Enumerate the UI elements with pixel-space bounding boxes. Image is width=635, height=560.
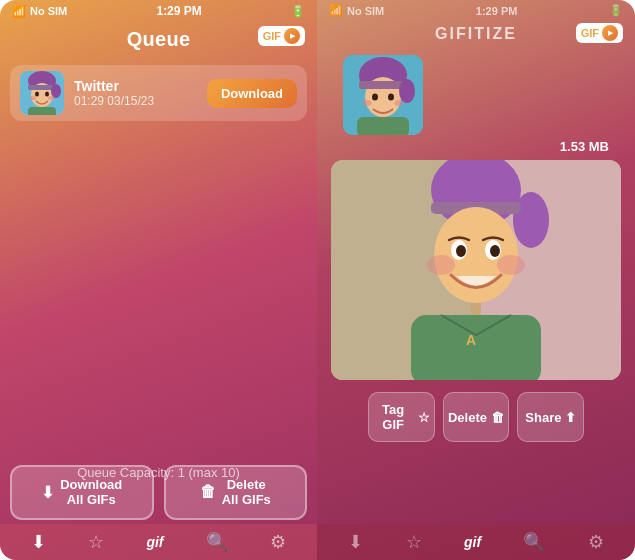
share-icon: ⬆ xyxy=(565,410,576,425)
download-all-icon: ⬇ xyxy=(41,483,54,502)
share-button[interactable]: Share ⬆ xyxy=(517,392,584,442)
right-content: 1.53 MB xyxy=(317,51,635,446)
tab-star-left[interactable]: ☆ xyxy=(88,531,104,553)
wifi-icon-right: 📶 xyxy=(329,4,343,17)
queue-item: Twitter 01:29 03/15/23 Download xyxy=(10,65,307,121)
delete-all-button[interactable]: 🗑 Delete All GIFs xyxy=(164,465,308,520)
svg-point-32 xyxy=(456,245,466,257)
svg-point-35 xyxy=(497,255,525,275)
battery-icon: 🔋 xyxy=(291,5,305,18)
tab-download-right[interactable]: ⬇ xyxy=(348,531,363,553)
svg-point-33 xyxy=(490,245,500,257)
bottom-actions: ⬇ Download All GIFs 🗑 Delete All GIFs xyxy=(10,465,307,520)
queue-meta: 01:29 03/15/23 xyxy=(74,94,197,108)
gifitize-title: GIFITIZE xyxy=(435,25,517,43)
queue-source: Twitter xyxy=(74,78,197,94)
svg-point-18 xyxy=(362,100,372,106)
svg-point-7 xyxy=(30,96,36,100)
left-header: Queue GIF xyxy=(0,22,317,61)
svg-point-10 xyxy=(51,84,61,98)
download-button[interactable]: Download xyxy=(207,79,297,108)
trash-icon: 🗑 xyxy=(491,410,504,425)
tag-gif-button[interactable]: Tag GIF ☆ xyxy=(368,392,435,442)
tab-bar-right: ⬇ ☆ gif 🔍 ⚙ xyxy=(317,524,635,560)
right-panel: 📶 No SIM 1:29 PM 🔋 GIFITIZE GIF xyxy=(317,0,635,560)
svg-point-17 xyxy=(388,94,394,101)
download-all-label: Download All GIFs xyxy=(60,477,122,508)
right-header: GIFITIZE GIF xyxy=(317,21,635,51)
tab-bar-left: ⬇ ☆ gif 🔍 ⚙ xyxy=(0,524,317,560)
file-size: 1.53 MB xyxy=(560,139,609,154)
delete-label: Delete xyxy=(448,410,487,425)
queue-info: Twitter 01:29 03/15/23 xyxy=(74,78,197,108)
svg-point-16 xyxy=(372,94,378,101)
gif-badge-left: GIF xyxy=(258,26,305,46)
tab-download-left[interactable]: ⬇ xyxy=(31,531,46,553)
svg-rect-9 xyxy=(28,107,56,115)
tag-gif-label: Tag GIF xyxy=(373,402,414,432)
delete-all-label: Delete All GIFs xyxy=(222,477,271,508)
carrier-info: 📶 No SIM xyxy=(12,5,67,18)
gif-badge-right: GIF xyxy=(576,23,623,43)
battery-right: 🔋 xyxy=(609,4,623,17)
left-panel: 📶 No SIM 1:29 PM 🔋 Queue GIF xyxy=(0,0,317,560)
play-button-left[interactable] xyxy=(284,28,300,44)
svg-point-34 xyxy=(427,255,455,275)
delete-button[interactable]: Delete 🗑 xyxy=(443,392,510,442)
tab-search-left[interactable]: 🔍 xyxy=(206,531,228,553)
download-all-button[interactable]: ⬇ Download All GIFs xyxy=(10,465,154,520)
play-button-right[interactable] xyxy=(602,25,618,41)
time-right: 1:29 PM xyxy=(476,5,518,17)
battery-area: 🔋 xyxy=(291,5,305,18)
gif-badge-text-right: GIF xyxy=(581,27,599,39)
queue-thumbnail xyxy=(20,71,64,115)
time-display: 1:29 PM xyxy=(156,4,201,18)
tab-search-right[interactable]: 🔍 xyxy=(523,531,545,553)
svg-point-5 xyxy=(35,92,39,97)
star-icon: ☆ xyxy=(418,410,430,425)
svg-point-21 xyxy=(399,79,415,103)
tab-settings-right[interactable]: ⚙ xyxy=(588,531,604,553)
right-action-bar: Tag GIF ☆ Delete 🗑 Share ⬆ xyxy=(358,392,595,442)
svg-rect-20 xyxy=(357,117,409,135)
tab-star-right[interactable]: ☆ xyxy=(406,531,422,553)
gif-badge-text: GIF xyxy=(263,30,281,42)
carrier-text-right: No SIM xyxy=(347,5,384,17)
carrier-right: 📶 No SIM xyxy=(329,4,384,17)
small-preview-thumbnail xyxy=(343,55,423,135)
wifi-icon: 📶 xyxy=(12,5,26,18)
share-label: Share xyxy=(525,410,561,425)
tab-gif-left[interactable]: gif xyxy=(146,534,163,550)
tab-settings-left[interactable]: ⚙ xyxy=(270,531,286,553)
tab-gif-right[interactable]: gif xyxy=(464,534,481,550)
svg-point-26 xyxy=(513,192,549,248)
main-preview: A xyxy=(331,160,621,380)
svg-point-6 xyxy=(45,92,49,97)
status-bar-left: 📶 No SIM 1:29 PM 🔋 xyxy=(0,0,317,22)
delete-all-icon: 🗑 xyxy=(200,483,216,501)
queue-title: Queue xyxy=(127,28,191,51)
carrier-text: No SIM xyxy=(30,5,67,17)
status-bar-right: 📶 No SIM 1:29 PM 🔋 xyxy=(317,0,635,21)
